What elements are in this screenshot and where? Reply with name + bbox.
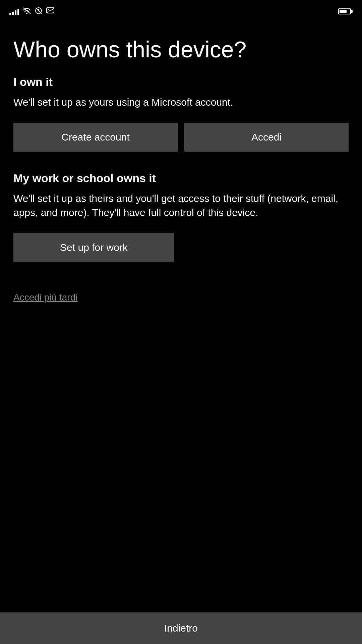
- accedi-piu-tardi-link[interactable]: Accedi più tardi: [13, 292, 77, 303]
- section1-heading: I own it: [13, 75, 349, 89]
- section1-buttons: Create account Accedi: [13, 123, 349, 152]
- status-bar: [0, 0, 362, 20]
- message-icon: [46, 7, 55, 16]
- accedi-button[interactable]: Accedi: [184, 123, 349, 152]
- indietro-button[interactable]: Indietro: [0, 612, 362, 644]
- section-i-own-it: I own it We'll set it up as yours using …: [13, 75, 349, 152]
- section-work-school: My work or school owns it We'll set it u…: [13, 172, 349, 262]
- alarm-icon: [35, 7, 43, 16]
- wifi-icon: [22, 7, 31, 16]
- status-left-icons: [9, 7, 55, 16]
- section1-description: We'll set it up as yours using a Microso…: [13, 95, 349, 109]
- section2-description: We'll set it up as theirs and you'll get…: [13, 192, 349, 220]
- main-content: Who owns this device? I own it We'll set…: [0, 20, 362, 303]
- set-up-for-work-button[interactable]: Set up for work: [13, 233, 174, 262]
- svg-line-7: [50, 8, 54, 11]
- svg-line-6: [47, 8, 50, 11]
- battery-icon: [338, 8, 353, 14]
- create-account-button[interactable]: Create account: [13, 123, 178, 152]
- signal-icon: [9, 8, 19, 15]
- section2-heading: My work or school owns it: [13, 172, 349, 185]
- bottom-bar: Indietro: [0, 612, 362, 644]
- section2-buttons: Set up for work: [13, 233, 349, 262]
- page-title: Who owns this device?: [13, 37, 349, 62]
